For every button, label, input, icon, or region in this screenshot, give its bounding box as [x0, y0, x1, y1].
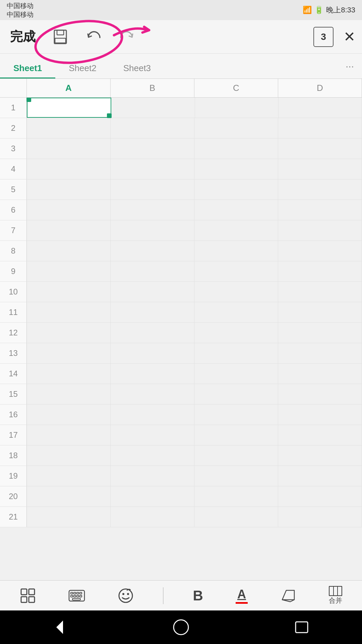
cell-r14-c3[interactable]	[278, 364, 362, 384]
cell-r1-c0[interactable]	[27, 98, 111, 118]
cell-r9-c2[interactable]	[194, 261, 278, 281]
save-button[interactable]	[49, 25, 72, 48]
close-button[interactable]: ✕	[344, 29, 355, 45]
cell-r21-c1[interactable]	[111, 507, 194, 527]
cell-r16-c2[interactable]	[194, 405, 278, 425]
merge-table-button[interactable]: 合并	[325, 583, 346, 608]
cell-r10-c3[interactable]	[278, 282, 362, 302]
cell-r5-c2[interactable]	[194, 179, 278, 200]
cell-r15-c1[interactable]	[111, 384, 194, 404]
cell-r15-c0[interactable]	[27, 384, 111, 404]
cell-r8-c1[interactable]	[111, 241, 194, 261]
redo-button[interactable]	[115, 25, 139, 49]
col-header-C[interactable]: C	[194, 79, 278, 97]
cell-r10-c1[interactable]	[111, 282, 194, 302]
cell-r4-c1[interactable]	[111, 159, 194, 179]
cell-r12-c0[interactable]	[27, 323, 111, 343]
cell-r18-c0[interactable]	[27, 445, 111, 466]
cell-r5-c0[interactable]	[27, 179, 111, 200]
cell-r17-c2[interactable]	[194, 425, 278, 445]
cell-r9-c0[interactable]	[27, 261, 111, 281]
cell-r6-c0[interactable]	[27, 200, 111, 220]
col-header-A[interactable]: A	[27, 79, 111, 97]
cell-r5-c1[interactable]	[111, 179, 194, 200]
cell-r11-c1[interactable]	[111, 302, 194, 322]
cell-r18-c3[interactable]	[278, 445, 362, 466]
cell-handle-tl[interactable]	[26, 98, 31, 102]
cell-r9-c3[interactable]	[278, 261, 362, 281]
cell-r17-c3[interactable]	[278, 425, 362, 445]
cell-r16-c1[interactable]	[111, 405, 194, 425]
eraser-button[interactable]	[277, 584, 300, 607]
cell-r11-c2[interactable]	[194, 302, 278, 322]
cell-r13-c3[interactable]	[278, 343, 362, 363]
cell-r15-c3[interactable]	[278, 384, 362, 404]
cell-r17-c1[interactable]	[111, 425, 194, 445]
cell-r14-c2[interactable]	[194, 364, 278, 384]
cell-r8-c3[interactable]	[278, 241, 362, 261]
cell-r2-c3[interactable]	[278, 118, 362, 138]
cell-r7-c0[interactable]	[27, 220, 111, 240]
cell-r4-c0[interactable]	[27, 159, 111, 179]
cell-r3-c2[interactable]	[194, 139, 278, 159]
notification-badge[interactable]: 3	[313, 27, 334, 47]
sheet-tab-1[interactable]: Sheet1	[0, 59, 55, 78]
cell-r7-c1[interactable]	[111, 220, 194, 240]
grid-layout-button[interactable]	[16, 584, 39, 607]
cell-r6-c1[interactable]	[111, 200, 194, 220]
cell-r14-c1[interactable]	[111, 364, 194, 384]
cell-r15-c2[interactable]	[194, 384, 278, 404]
cell-r6-c3[interactable]	[278, 200, 362, 220]
cell-r18-c1[interactable]	[111, 445, 194, 466]
cell-r9-c1[interactable]	[111, 261, 194, 281]
cell-r13-c1[interactable]	[111, 343, 194, 363]
cell-r12-c3[interactable]	[278, 323, 362, 343]
done-button[interactable]: 完成	[7, 26, 39, 47]
font-color-button[interactable]: A	[232, 584, 251, 607]
cell-r10-c2[interactable]	[194, 282, 278, 302]
cell-r19-c3[interactable]	[278, 466, 362, 486]
cell-r2-c2[interactable]	[194, 118, 278, 138]
cell-r2-c0[interactable]	[27, 118, 111, 138]
cell-r14-c0[interactable]	[27, 364, 111, 384]
cell-r16-c3[interactable]	[278, 405, 362, 425]
emoji-button[interactable]	[114, 584, 137, 607]
cell-r2-c1[interactable]	[111, 118, 194, 138]
cell-r20-c1[interactable]	[111, 486, 194, 506]
cell-r6-c2[interactable]	[194, 200, 278, 220]
cell-r3-c0[interactable]	[27, 139, 111, 159]
col-header-B[interactable]: B	[111, 79, 194, 97]
cell-r19-c2[interactable]	[194, 466, 278, 486]
cell-r8-c0[interactable]	[27, 241, 111, 261]
sheet-more-button[interactable]: ···	[338, 56, 362, 76]
cell-r10-c0[interactable]	[27, 282, 111, 302]
cell-r12-c1[interactable]	[111, 323, 194, 343]
recent-nav-button[interactable]	[288, 614, 315, 641]
cell-r7-c3[interactable]	[278, 220, 362, 240]
cell-r19-c1[interactable]	[111, 466, 194, 486]
cell-r4-c3[interactable]	[278, 159, 362, 179]
home-nav-button[interactable]	[168, 614, 194, 641]
cell-r7-c2[interactable]	[194, 220, 278, 240]
cell-r21-c2[interactable]	[194, 507, 278, 527]
cell-r16-c0[interactable]	[27, 405, 111, 425]
cell-r21-c0[interactable]	[27, 507, 111, 527]
cell-r11-c3[interactable]	[278, 302, 362, 322]
sheet-tab-2[interactable]: Sheet2	[55, 59, 110, 78]
cell-r18-c2[interactable]	[194, 445, 278, 466]
cell-handle-br[interactable]	[107, 113, 112, 118]
cell-r13-c2[interactable]	[194, 343, 278, 363]
cell-r4-c2[interactable]	[194, 159, 278, 179]
cell-r5-c3[interactable]	[278, 179, 362, 200]
back-nav-button[interactable]	[47, 614, 74, 641]
cell-r19-c0[interactable]	[27, 466, 111, 486]
col-header-D[interactable]: D	[278, 79, 362, 97]
cell-r20-c0[interactable]	[27, 486, 111, 506]
cell-r1-c1[interactable]	[111, 98, 195, 118]
cell-r17-c0[interactable]	[27, 425, 111, 445]
cell-r1-c2[interactable]	[195, 98, 279, 118]
sheet-tab-3[interactable]: Sheet3	[110, 59, 164, 78]
cell-r20-c2[interactable]	[194, 486, 278, 506]
cell-r3-c3[interactable]	[278, 139, 362, 159]
cell-r8-c2[interactable]	[194, 241, 278, 261]
